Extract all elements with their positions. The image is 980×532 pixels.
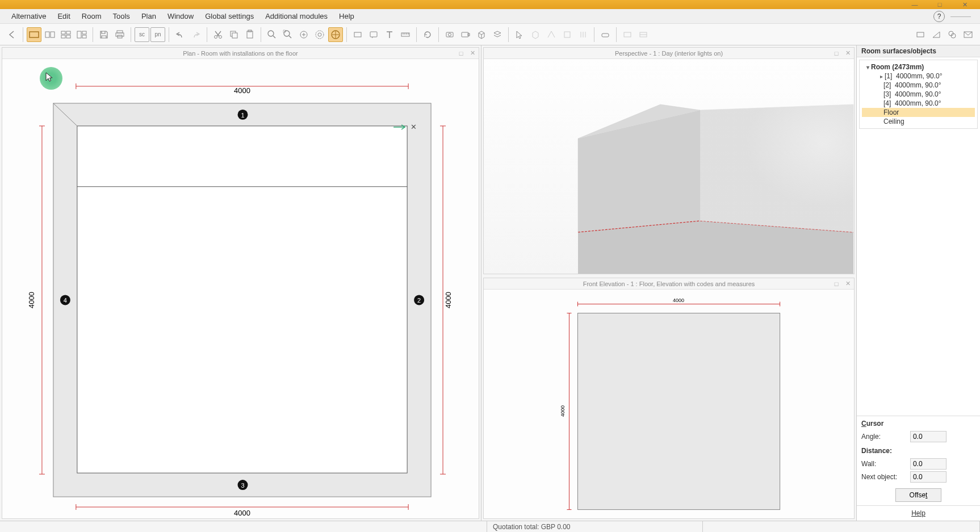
- window-title-bar: — □ ✕: [0, 0, 980, 9]
- copy-icon[interactable]: [227, 27, 241, 42]
- zoom-all-icon[interactable]: [328, 27, 343, 42]
- svg-point-23: [316, 31, 324, 39]
- tool-d-icon[interactable]: [576, 27, 590, 42]
- svg-point-13: [215, 35, 217, 38]
- perspective-panel: Perspective - 1 : Day (interior lights o…: [483, 47, 855, 274]
- pn-icon[interactable]: pn: [150, 27, 165, 42]
- paste-icon[interactable]: [242, 27, 257, 42]
- sc-icon[interactable]: sc: [135, 27, 149, 42]
- panel-close-icon[interactable]: ✕: [844, 49, 852, 57]
- svg-rect-33: [564, 32, 570, 37]
- zoom-fit-icon[interactable]: [312, 27, 327, 42]
- svg-rect-3: [61, 31, 65, 34]
- refresh-icon[interactable]: [420, 27, 435, 42]
- panel-maximize-icon[interactable]: □: [832, 49, 840, 57]
- note-icon[interactable]: [366, 27, 381, 42]
- text-icon[interactable]: [382, 27, 397, 42]
- right-tool-2-icon[interactable]: [929, 27, 944, 42]
- zoom-area-icon[interactable]: [296, 27, 311, 42]
- view-split-icon[interactable]: [43, 27, 57, 42]
- menu-alternative[interactable]: Alternative: [6, 10, 52, 23]
- chevron-right-icon[interactable]: ▸: [878, 73, 885, 79]
- tool-g-icon[interactable]: [636, 27, 651, 42]
- tool-b-icon[interactable]: [544, 27, 559, 42]
- tool-e-icon[interactable]: [598, 27, 613, 42]
- back-icon[interactable]: [5, 27, 19, 42]
- tree-wall-3[interactable]: [3] 4000mm, 90.0°: [862, 90, 975, 99]
- measure-icon[interactable]: [398, 27, 413, 42]
- tree-wall-4[interactable]: [4] 4000mm, 90.0°: [862, 99, 975, 108]
- print-icon[interactable]: [112, 27, 127, 42]
- panel-maximize-icon[interactable]: □: [832, 280, 840, 288]
- menu-global-settings[interactable]: Global settings: [199, 10, 259, 23]
- plan-panel: Plan - Room with installations on the fl…: [2, 47, 479, 519]
- tree-floor[interactable]: Floor: [862, 108, 975, 117]
- chevron-down-icon[interactable]: ▾: [864, 64, 871, 70]
- panel-close-icon[interactable]: ✕: [844, 280, 852, 288]
- rect-icon[interactable]: [350, 27, 365, 42]
- undo-icon[interactable]: [173, 27, 187, 42]
- menu-additional-modules[interactable]: Additional modules: [259, 10, 333, 23]
- zoom-window-icon[interactable]: [280, 27, 295, 42]
- dim-top: 4000: [234, 86, 250, 95]
- tree-room-node[interactable]: ▾ Room (2473mm): [862, 62, 975, 72]
- main-toolbar: sc pn: [0, 24, 980, 45]
- view-grid-icon[interactable]: [58, 27, 73, 42]
- sidebar-title: Room surfaces/objects: [857, 45, 980, 57]
- help-icon[interactable]: ?: [933, 11, 945, 22]
- mail-icon[interactable]: [961, 27, 975, 42]
- panel-close-icon[interactable]: ✕: [468, 49, 476, 57]
- close-button[interactable]: ✕: [952, 1, 977, 9]
- tree-ceiling[interactable]: Ceiling: [862, 117, 975, 126]
- view-layout-icon[interactable]: [74, 27, 89, 42]
- next-object-label: Next object:: [861, 473, 910, 481]
- wall-input[interactable]: [910, 458, 947, 470]
- cursor-title: Cursor: [861, 420, 975, 428]
- plan-canvas[interactable]: 4000 4000: [2, 59, 479, 518]
- right-tool-1-icon[interactable]: [913, 27, 928, 42]
- perspective-canvas[interactable]: [484, 59, 854, 274]
- svg-rect-17: [247, 31, 253, 38]
- svg-rect-8: [82, 31, 86, 34]
- save-icon[interactable]: [97, 27, 111, 42]
- cursor-highlight-icon: [40, 67, 62, 90]
- maximize-button[interactable]: □: [927, 1, 952, 9]
- angle-input[interactable]: [910, 431, 947, 442]
- next-object-input[interactable]: [910, 471, 947, 483]
- zoom-icon[interactable]: [265, 27, 279, 42]
- layer-icon[interactable]: [490, 27, 505, 42]
- menu-tools[interactable]: Tools: [107, 10, 136, 23]
- elevation-panel: Front Elevation - 1 : Floor, Elevation w…: [483, 278, 855, 519]
- svg-rect-1: [45, 32, 49, 37]
- camera-icon[interactable]: [442, 27, 457, 42]
- menu-help[interactable]: Help: [333, 10, 360, 23]
- menu-room[interactable]: Room: [76, 10, 107, 23]
- camera2-icon[interactable]: [458, 27, 473, 42]
- menu-edit[interactable]: Edit: [52, 10, 76, 23]
- panel-maximize-icon[interactable]: □: [457, 49, 465, 57]
- svg-text:3: 3: [241, 482, 244, 489]
- tool-f-icon[interactable]: [620, 27, 635, 42]
- minimize-button[interactable]: —: [902, 1, 927, 9]
- distance-label: Distance:: [861, 447, 975, 455]
- tool-c-icon[interactable]: [560, 27, 575, 42]
- box3d-icon[interactable]: [474, 27, 489, 42]
- tree-view: ▾ Room (2473mm) ▸ [1] 4000mm, 90.0° [2] …: [859, 60, 978, 129]
- elevation-panel-title: Front Elevation - 1 : Floor, Elevation w…: [583, 280, 755, 287]
- help-link[interactable]: Help: [857, 505, 980, 521]
- menu-plan[interactable]: Plan: [136, 10, 162, 23]
- tool-a-icon[interactable]: [528, 27, 543, 42]
- cut-icon[interactable]: [211, 27, 225, 42]
- menu-window[interactable]: Window: [162, 10, 199, 23]
- offset-button[interactable]: Offset: [895, 488, 942, 502]
- tree-wall-2[interactable]: [2] 4000mm, 90.0°: [862, 81, 975, 90]
- redo-icon[interactable]: [189, 27, 203, 42]
- pointer-icon[interactable]: [512, 27, 527, 42]
- tree-wall-1[interactable]: ▸ [1] 4000mm, 90.0°: [862, 72, 975, 81]
- right-tool-3-icon[interactable]: [945, 27, 960, 42]
- elevation-canvas[interactable]: 4000 4000: [484, 290, 854, 518]
- svg-rect-11: [116, 33, 124, 36]
- svg-rect-5: [61, 35, 65, 38]
- svg-point-19: [268, 31, 274, 36]
- view-plan-icon[interactable]: [27, 27, 41, 42]
